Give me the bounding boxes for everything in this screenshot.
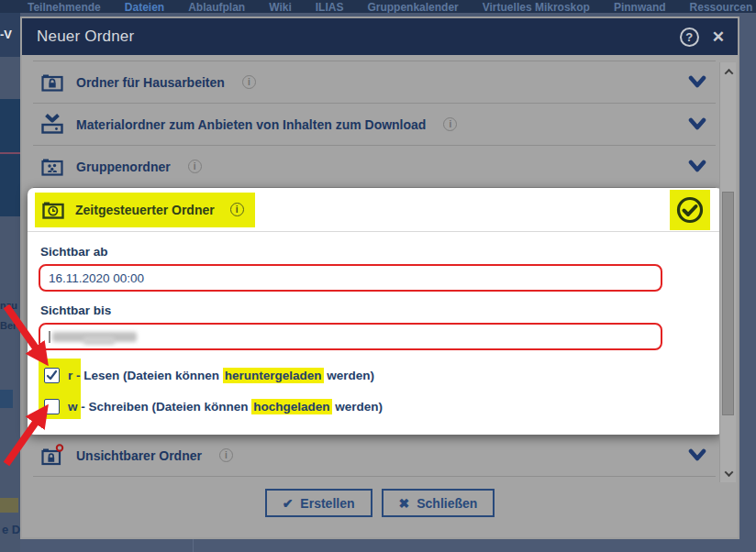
background-text-fragment: Bere: [0, 320, 22, 331]
close-icon[interactable]: ✕: [712, 29, 725, 45]
background-decoration: [0, 390, 13, 408]
scroll-up-arrow[interactable]: [720, 64, 737, 79]
dialog-titlebar: Neuer Ordner ? ✕: [22, 18, 738, 55]
background-page-strip: [0, 13, 20, 552]
annotation-highlight-word: heruntergeladen: [223, 368, 324, 383]
read-checkbox[interactable]: [44, 368, 60, 383]
folder-type-label: Ordner für Hausarbeiten: [76, 75, 225, 90]
info-icon[interactable]: [443, 117, 457, 131]
x-icon: ✖: [399, 496, 410, 511]
dialog-title: Neuer Ordner: [37, 28, 134, 46]
dialog-footer: ✔ Erstellen ✖ Schließen: [22, 489, 738, 517]
nav-item[interactable]: Gruppenkalender: [367, 0, 458, 13]
nav-item[interactable]: Pinnwand: [614, 0, 666, 13]
folder-type-row-hausarbeiten[interactable]: Ordner für Hausarbeiten: [33, 61, 716, 104]
nav-item[interactable]: Ablaufplan: [188, 0, 245, 13]
chevron-down-icon[interactable]: [688, 160, 706, 174]
read-permission-label: r - Lesen (Dateien können heruntergelade…: [68, 369, 374, 382]
permission-checkboxes: r - Lesen (Dateien können heruntergelade…: [39, 365, 712, 416]
background-decoration: [0, 498, 18, 513]
info-icon[interactable]: [219, 448, 233, 462]
close-button[interactable]: ✖ Schließen: [382, 489, 495, 517]
folder-group-icon: [40, 155, 64, 179]
scrollbar-thumb[interactable]: [722, 192, 734, 415]
permission-row-read: r - Lesen (Dateien können heruntergelade…: [39, 365, 712, 385]
help-icon[interactable]: ?: [680, 28, 699, 47]
course-nav-bar: Teilnehmende Dateien Ablaufplan Wiki ILI…: [0, 0, 756, 13]
check-icon: ✔: [283, 496, 294, 511]
folder-type-row-materialordner[interactable]: Materialordner zum Anbieten von Inhalten…: [33, 104, 716, 146]
folder-clock-icon: [41, 198, 65, 222]
create-button[interactable]: ✔ Erstellen: [265, 489, 372, 517]
nav-item[interactable]: Teilnehmende: [28, 0, 101, 13]
check-circle-icon: [675, 195, 705, 225]
folder-type-row-unsichtbar[interactable]: Unsichtbarer Ordner: [33, 435, 716, 477]
visible-from-input[interactable]: 16.11.2020 00:00: [39, 264, 662, 292]
folder-type-row-zeitgesteuert[interactable]: Zeitgesteuerter Ordner: [28, 188, 723, 232]
visible-until-label: Sichtbar bis: [40, 304, 712, 317]
nav-item[interactable]: Ressourcen: [690, 0, 753, 13]
write-permission-label: w - Schreiben (Dateien können hochgelade…: [68, 400, 383, 414]
permission-row-write: w - Schreiben (Dateien können hochgelade…: [39, 396, 712, 416]
folder-type-label: Zeitgesteuerter Ordner: [75, 203, 215, 217]
info-icon[interactable]: [242, 75, 256, 89]
folder-lock-icon: [40, 71, 64, 94]
annotation-highlight-word: hochgeladen: [251, 399, 331, 414]
expanded-folder-panel: Zeitgesteuerter Ordner Sichtbar ab 16.11…: [28, 188, 723, 435]
annotation-highlight-label: Zeitgesteuerter Ordner: [35, 193, 255, 227]
visible-from-value: 16.11.2020 00:00: [49, 271, 144, 285]
background-content-block: [0, 99, 20, 216]
chevron-down-icon[interactable]: [688, 117, 706, 132]
nav-item-dateien[interactable]: Dateien: [125, 0, 164, 13]
scroll-down-arrow[interactable]: [720, 466, 737, 480]
dialog-body: Ordner für Hausarbeiten Materialordner z…: [22, 61, 738, 543]
folder-type-label: Unsichtbarer Ordner: [76, 448, 202, 463]
folder-invisible-icon: [40, 444, 64, 468]
nav-item[interactable]: Virtuelles Mikroskop: [483, 0, 590, 13]
folder-type-list: Ordner für Hausarbeiten Materialordner z…: [33, 61, 716, 477]
folder-download-icon: [40, 113, 64, 137]
chevron-down-icon[interactable]: [688, 75, 706, 90]
info-icon[interactable]: [230, 203, 244, 216]
visible-from-label: Sichtbar ab: [40, 245, 712, 259]
info-icon[interactable]: [188, 160, 202, 173]
folder-type-label: Gruppenordner: [76, 160, 171, 174]
background-decoration: [0, 152, 20, 154]
write-checkbox[interactable]: [44, 399, 60, 414]
dialog-scrollbar[interactable]: [719, 62, 736, 482]
folder-type-row-gruppenordner[interactable]: Gruppenordner: [33, 146, 716, 188]
background-text-fragment: -V: [0, 28, 12, 41]
background-text-fragment: nzu: [0, 300, 17, 311]
nav-item[interactable]: Wiki: [269, 0, 292, 13]
annotation-highlight-check: [670, 190, 710, 230]
folder-type-label: Materialordner zum Anbieten von Inhalten…: [76, 117, 426, 132]
timed-folder-form: Sichtbar ab 16.11.2020 00:00 Sichtbar bi…: [28, 232, 723, 435]
visible-until-input[interactable]: [39, 323, 662, 350]
new-folder-dialog: Neuer Ordner ? ✕ Ordner für Hausarbeiten: [20, 17, 739, 539]
redacted-value: [49, 329, 115, 345]
nav-item[interactable]: ILIAS: [316, 0, 344, 13]
chevron-down-icon[interactable]: [688, 448, 706, 463]
